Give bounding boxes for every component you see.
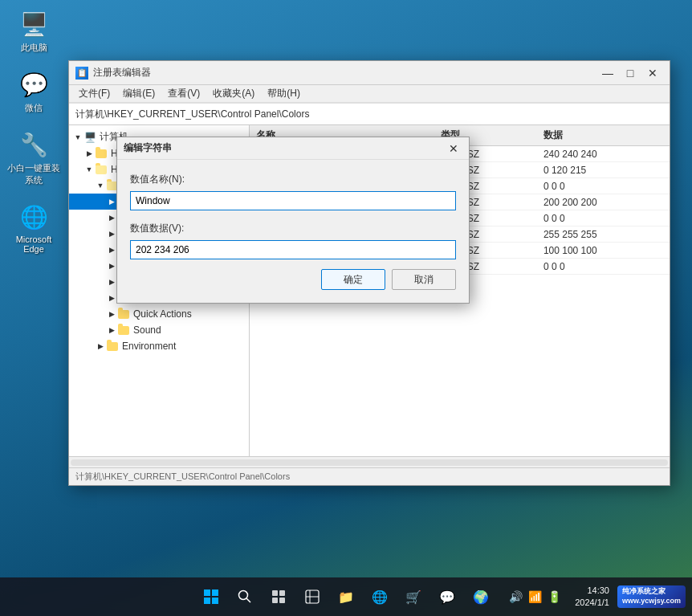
svg-rect-9 xyxy=(279,598,285,603)
desktop-icon-wechat[interactable]: 💬 微信 xyxy=(8,68,59,114)
tray-icon-2[interactable]: 📶 xyxy=(527,589,543,605)
window-title: 注册表编辑器 xyxy=(93,66,597,80)
tree-label-sound: Sound xyxy=(133,324,161,336)
taskbar-center: 📁 🌐 🛒 💬 🌍 xyxy=(195,581,497,613)
cell-data: 0 0 0 xyxy=(537,259,670,275)
dialog-close-button[interactable]: ✕ xyxy=(445,140,462,157)
menu-bar: 文件(F) 编辑(E) 查看(V) 收藏夹(A) 帮助(H) xyxy=(69,85,670,103)
installer-label: 小白一键重装系统 xyxy=(7,162,60,186)
tree-item-sound[interactable]: ▶ Sound xyxy=(69,322,249,338)
edit-string-dialog: 编辑字符串 ✕ 数值名称(N): 数值数据(V): 确定 取消 xyxy=(116,137,470,304)
svg-rect-3 xyxy=(212,598,218,604)
expand-arrow-quick-actions: ▶ xyxy=(106,308,117,320)
expand-arrow-colors: ▶ xyxy=(106,196,117,207)
dialog-buttons: 确定 取消 xyxy=(130,269,456,290)
folder-quick-actions-icon xyxy=(117,308,130,320)
name-input[interactable] xyxy=(130,191,456,210)
time-display[interactable]: 14:30 2024/1/1 xyxy=(572,585,613,610)
my-computer-label: 此电脑 xyxy=(21,42,47,54)
expand-arrow-current-user: ▼ xyxy=(83,164,95,175)
expand-arrow: ▼ xyxy=(72,132,83,143)
menu-file[interactable]: 文件(F) xyxy=(72,85,116,102)
folder-environment-icon xyxy=(106,340,119,353)
tray-icon-1[interactable]: 🔊 xyxy=(507,589,523,605)
close-button[interactable]: ✕ xyxy=(642,64,663,82)
folder-classes-icon xyxy=(95,147,108,160)
cell-data: 255 255 255 xyxy=(537,226,670,243)
maximize-button[interactable]: □ xyxy=(620,64,641,82)
time: 14:30 xyxy=(575,585,609,597)
task-view-button[interactable] xyxy=(263,581,295,613)
expand-arrow-classes: ▶ xyxy=(83,148,95,159)
search-button[interactable] xyxy=(229,581,261,613)
computer-icon: 🖥️ xyxy=(83,131,96,144)
store-button[interactable]: 🛒 xyxy=(397,581,429,613)
status-bar: 计算机\HKEY_CURRENT_USER\Control Panel\Colo… xyxy=(69,467,670,485)
minimize-button[interactable]: — xyxy=(597,64,618,82)
installer-icon: 🔧 xyxy=(18,129,50,161)
cell-data: 0 0 0 xyxy=(537,210,670,226)
svg-rect-2 xyxy=(204,598,210,604)
expand-arrow-powercfg: ▶ xyxy=(106,292,117,304)
svg-rect-6 xyxy=(272,590,278,596)
wechat-label: 微信 xyxy=(25,102,43,114)
horizontal-scrollbar[interactable] xyxy=(69,456,670,467)
desktop-icon-my-computer[interactable]: 🖥️ 此电脑 xyxy=(8,8,59,54)
menu-edit[interactable]: 编辑(E) xyxy=(116,85,161,102)
expand-arrow-keyboard: ▶ xyxy=(106,244,117,255)
expand-arrow-input: ▶ xyxy=(106,212,117,223)
edge-icon: 🌐 xyxy=(18,201,50,233)
dialog-title: 编辑字符串 xyxy=(124,141,445,155)
expand-arrow-mouse: ▶ xyxy=(106,260,117,271)
start-button[interactable] xyxy=(195,581,227,613)
tree-label-quick-actions: Quick Actions xyxy=(133,308,192,320)
menu-favorites[interactable]: 收藏夹(A) xyxy=(206,85,261,102)
tree-item-quick-actions[interactable]: ▶ Quick Actions xyxy=(69,306,249,322)
cell-data: 0 120 215 xyxy=(537,162,670,178)
watermark-badge: 纯净系统之家www.ycwjsy.com xyxy=(617,585,686,607)
dialog-body: 数值名称(N): 数值数据(V): 确定 取消 xyxy=(117,160,469,303)
my-computer-icon: 🖥️ xyxy=(18,8,50,40)
ok-button[interactable]: 确定 xyxy=(321,269,385,290)
desktop-icon-installer[interactable]: 🔧 小白一键重装系统 xyxy=(8,129,59,186)
svg-rect-7 xyxy=(279,590,285,596)
svg-rect-1 xyxy=(212,589,218,596)
svg-rect-0 xyxy=(204,589,210,596)
cancel-button[interactable]: 取消 xyxy=(392,269,456,290)
menu-view[interactable]: 查看(V) xyxy=(161,85,206,102)
dialog-titlebar: 编辑字符串 ✕ xyxy=(117,137,469,160)
browser2-button[interactable]: 🌍 xyxy=(465,581,497,613)
wechat-taskbar-button[interactable]: 💬 xyxy=(431,581,463,613)
widgets-button[interactable] xyxy=(296,581,328,613)
window-controls: — □ ✕ xyxy=(597,64,663,82)
address-text: 计算机\HKEY_CURRENT_USER\Control Panel\Colo… xyxy=(75,108,309,121)
taskbar: 📁 🌐 🛒 💬 🌍 🔊 📶 🔋 14:30 2024/1/1 纯净系统之家www… xyxy=(0,577,692,616)
watermark-text: 纯净系统之家www.ycwjsy.com xyxy=(622,587,681,606)
cell-data: 240 240 240 xyxy=(537,146,670,162)
status-text: 计算机\HKEY_CURRENT_USER\Control Panel\Colo… xyxy=(75,471,290,483)
system-tray: 🔊 📶 🔋 xyxy=(503,589,567,605)
desktop-icons-container: 🖥️ 此电脑 💬 微信 🔧 小白一键重装系统 🌐 MicrosoftEdge xyxy=(8,8,59,254)
menu-help[interactable]: 帮助(H) xyxy=(261,85,307,102)
col-data: 数据 xyxy=(537,125,670,146)
taskbar-right: 🔊 📶 🔋 14:30 2024/1/1 纯净系统之家www.ycwjsy.co… xyxy=(503,585,686,610)
tray-icon-3[interactable]: 🔋 xyxy=(546,589,562,605)
edge-label: MicrosoftEdge xyxy=(16,235,52,254)
cell-data: 0 0 0 xyxy=(537,178,670,194)
expand-arrow-personalization: ▶ xyxy=(106,276,117,288)
data-input[interactable] xyxy=(130,240,456,259)
scrollbar-track xyxy=(71,459,668,466)
expand-arrow-sound: ▶ xyxy=(106,324,117,336)
window-titlebar[interactable]: 📋 注册表编辑器 — □ ✕ xyxy=(69,61,670,85)
expand-arrow-control-panel: ▼ xyxy=(95,180,106,191)
address-bar: 计算机\HKEY_CURRENT_USER\Control Panel\Colo… xyxy=(69,103,670,125)
explorer-button[interactable]: 📁 xyxy=(330,581,362,613)
name-label: 数值名称(N): xyxy=(130,173,456,186)
app-icon: 📋 xyxy=(75,67,88,80)
desktop-icon-edge[interactable]: 🌐 MicrosoftEdge xyxy=(8,201,59,254)
cell-data: 100 100 100 xyxy=(537,243,670,259)
expand-arrow-environment: ▶ xyxy=(95,341,106,352)
tree-item-environment[interactable]: ▶ Environment xyxy=(69,338,249,354)
svg-point-4 xyxy=(239,591,248,600)
edge-taskbar-button[interactable]: 🌐 xyxy=(364,581,396,613)
